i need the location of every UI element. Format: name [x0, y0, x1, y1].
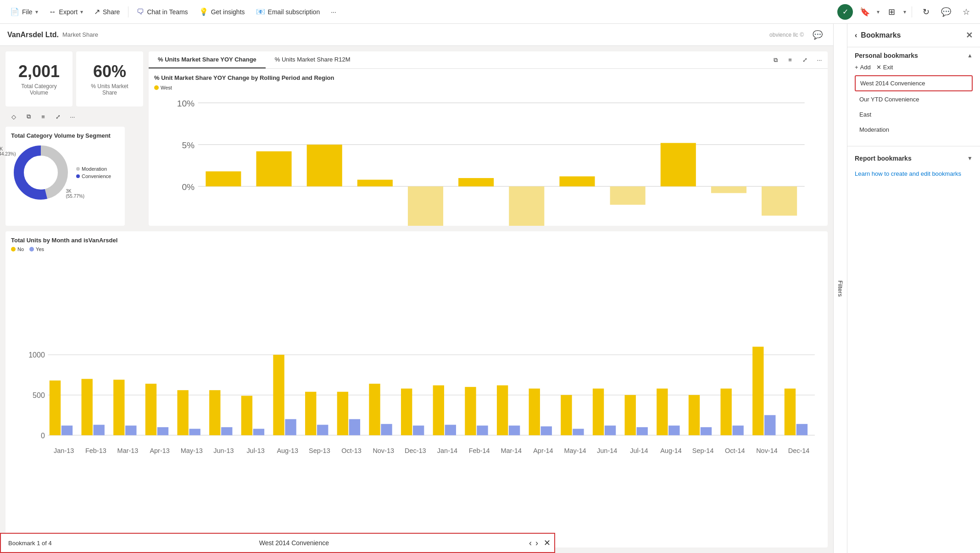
svg-rect-51: [145, 384, 156, 435]
chart-expand-icon[interactable]: ⤢: [798, 54, 811, 67]
bookmark-item-2[interactable]: East: [855, 107, 973, 122]
kpi-market-share: 60% % Units Market Share: [76, 51, 143, 106]
legend-dot-conv: [76, 174, 80, 178]
tab-yoy[interactable]: % Units Market Share YOY Change: [149, 51, 266, 68]
chart-more-icon[interactable]: ···: [813, 54, 826, 67]
tab-r12m[interactable]: % Units Market Share R12M: [266, 51, 360, 68]
view-icon[interactable]: ⊞: [883, 4, 900, 20]
svg-rect-48: [113, 380, 124, 435]
svg-rect-42: [50, 380, 61, 435]
view-chevron: ▾: [903, 9, 906, 15]
status-center: West 2014 Convenience: [59, 539, 529, 547]
kpi-focus-icon[interactable]: ◇: [7, 110, 20, 123]
svg-rect-28: [610, 186, 646, 205]
status-prev-button[interactable]: ‹: [529, 538, 532, 548]
star-icon[interactable]: ☆: [958, 4, 974, 20]
svg-rect-66: [305, 392, 316, 436]
more-button[interactable]: ···: [326, 6, 341, 18]
refresh-icon[interactable]: ↻: [918, 4, 934, 20]
bookmarks-actions: + Add ✕ Exit: [855, 64, 973, 71]
get-insights-button[interactable]: 💡 Get insights: [195, 5, 250, 19]
svg-text:Aug-14: Aug-14: [660, 447, 682, 454]
svg-text:500: 500: [33, 391, 45, 399]
svg-rect-108: [752, 346, 763, 435]
svg-text:Feb-13: Feb-13: [85, 447, 106, 454]
legend-dot-yes: [29, 247, 34, 251]
kpi-more-icon[interactable]: ···: [66, 110, 79, 123]
svg-text:Apr-13: Apr-13: [150, 447, 169, 454]
kpi-copy-icon[interactable]: ⧉: [22, 110, 35, 123]
chart-legend: West: [154, 85, 822, 90]
svg-rect-58: [221, 427, 232, 436]
chart-actions: ⧉ ≡ ⤢ ···: [767, 51, 828, 68]
bookmark-item-1[interactable]: Our YTD Convenience: [855, 92, 973, 106]
status-left: Bookmark 1 of 4: [1, 540, 59, 547]
bookmark-label-0: West 2014 Convenience: [860, 80, 925, 87]
kpi-label-2: % Units Market Share: [84, 83, 136, 96]
svg-rect-69: [337, 392, 348, 436]
svg-text:1000: 1000: [28, 351, 45, 359]
bookmarks-header: ‹ Bookmarks ✕: [847, 24, 980, 47]
file-menu[interactable]: 📄 File ▾: [6, 5, 43, 19]
svg-text:0: 0: [41, 431, 45, 440]
svg-rect-54: [177, 390, 188, 435]
status-close-button[interactable]: ✕: [544, 538, 554, 548]
bookmark-item-3[interactable]: Moderation: [855, 123, 973, 137]
kpi-total-volume: 2,001 Total Category Volume: [6, 51, 72, 106]
svg-rect-78: [433, 385, 444, 436]
bookmarks-collapse-icon[interactable]: ‹: [855, 31, 857, 39]
svg-rect-32: [711, 186, 746, 193]
report-bookmarks-label: Report bookmarks: [855, 155, 912, 162]
status-next-button[interactable]: ›: [535, 538, 538, 548]
yoy-chart-card: % Units Market Share YOY Change % Units …: [149, 51, 828, 226]
bookmarks-title: Bookmarks: [861, 31, 901, 39]
filters-sidebar-toggle[interactable]: Filters: [833, 24, 847, 553]
bookmark-item-0[interactable]: West 2014 Convenience: [855, 75, 973, 91]
kpi-expand-icon[interactable]: ⤢: [51, 110, 64, 123]
svg-rect-85: [509, 425, 520, 435]
chat-teams-button[interactable]: 🗨 Chat in Teams: [132, 5, 192, 19]
toolbar-sep2: [912, 6, 912, 17]
email-icon: 📧: [256, 7, 265, 16]
segment-title: Total Category Volume by Segment: [11, 132, 119, 139]
export-menu[interactable]: ↔ Export ▾: [45, 5, 88, 19]
svg-rect-70: [349, 419, 360, 435]
bookmarks-close-icon[interactable]: ✕: [966, 30, 973, 40]
report-bookmarks-header[interactable]: Report bookmarks ▼: [847, 150, 980, 167]
chart-copy-icon[interactable]: ⧉: [769, 54, 782, 67]
chart-title: % Unit Market Share YOY Change by Rollin…: [154, 74, 822, 81]
status-nav: ‹ ›: [529, 538, 544, 548]
more-label: ···: [331, 8, 336, 16]
kpi-filter-icon[interactable]: ≡: [37, 110, 50, 123]
bookmark-label-3: Moderation: [859, 126, 889, 133]
chart-filter-icon[interactable]: ≡: [784, 54, 796, 67]
chat-teams-label: Chat in Teams: [147, 8, 188, 16]
bookmarks-personal-section: Personal bookmarks ▲ + Add ✕ Exit West 2…: [847, 47, 980, 142]
add-label: Add: [860, 64, 871, 71]
legend-label-mod: Moderation: [82, 166, 107, 172]
add-bookmark-button[interactable]: + Add: [855, 64, 871, 71]
svg-text:-5%: -5%: [179, 224, 195, 226]
bookmarks-personal-header[interactable]: Personal bookmarks ▲: [855, 52, 973, 59]
svg-text:May-14: May-14: [564, 447, 586, 454]
legend-dot-mod: [76, 167, 80, 171]
toolbar: 📄 File ▾ ↔ Export ▾ ↗ Share 🗨 Chat in Te…: [0, 0, 980, 24]
report-comment-icon[interactable]: 💬: [809, 27, 826, 43]
comments-icon[interactable]: 💬: [938, 4, 954, 20]
email-subscription-button[interactable]: 📧 Email subscription: [251, 5, 325, 19]
bookmark-toolbar-icon[interactable]: 🔖: [857, 4, 873, 20]
legend-yes-label: Yes: [36, 246, 44, 252]
chart-tabs: % Units Market Share YOY Change % Units …: [149, 51, 828, 69]
svg-rect-106: [732, 425, 743, 435]
svg-rect-34: [762, 186, 797, 216]
share-button[interactable]: ↗ Share: [89, 5, 124, 19]
svg-text:Feb-14: Feb-14: [469, 447, 490, 454]
legend-moderation: Moderation: [76, 166, 111, 172]
legend-dot-no: [11, 247, 16, 251]
svg-rect-63: [273, 355, 284, 435]
toolbar-separator: [128, 6, 128, 17]
learn-link[interactable]: Learn how to create and edit bookmarks: [855, 170, 961, 177]
legend-label-conv: Convenience: [82, 173, 111, 179]
exit-bookmark-button[interactable]: ✕ Exit: [876, 64, 893, 71]
report-bookmarks-body: Learn how to create and edit bookmarks: [847, 167, 980, 181]
